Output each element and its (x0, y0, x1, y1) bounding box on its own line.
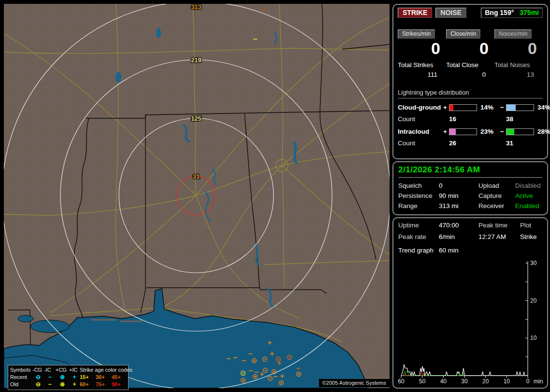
x-tick-label: 20 (482, 378, 489, 385)
x-tick-label: 10 (504, 378, 510, 385)
bearing-readout[interactable]: Bng 159° 375mi (481, 8, 543, 18)
age-code-45: 45+ (112, 374, 126, 381)
setting-value: 90 min (439, 192, 478, 199)
total-label: Total Strikes (398, 61, 446, 69)
noise-mode-button[interactable]: NOISE (435, 8, 466, 18)
y-tick-label: 30 (530, 260, 537, 266)
minus-sign: − (500, 128, 506, 135)
status-panel: 2/1/2026 2:14:56 AM Squelch0UploadDisabl… (392, 161, 548, 215)
strike-mode-button[interactable]: STRIKE (398, 8, 432, 18)
distribution-row-1: Intracloud+23%−28% (398, 128, 543, 135)
setting-state-value: Active (515, 192, 542, 199)
distribution-title: Lightning type distribution (398, 89, 543, 98)
rate-value: 0 (398, 40, 446, 57)
age-code-30: 30+ (96, 374, 112, 381)
distribution-rows: Cloud-ground+14%−34%Count1638Intracloud+… (398, 104, 543, 147)
minus-sign: − (500, 104, 506, 111)
setting-row-2: Range313 miReceiverEnabled (398, 202, 542, 210)
setting-label: Squelch (398, 182, 439, 189)
total-value: 111 (398, 71, 446, 78)
negative-share-bar (506, 128, 534, 135)
x-tick-label: 0 (526, 378, 530, 385)
distribution-count-row-1: Count2631 (398, 140, 543, 147)
negative-count-value: 31 (506, 140, 543, 147)
trend-graph: 6050403020100min102030 (394, 219, 547, 388)
negative-share-percent: 34% (535, 104, 550, 111)
setting-row-1: Persistence90 minCaptureActive (398, 192, 542, 199)
rate-value: 0 (446, 40, 494, 57)
range-ring-label-125: 125 (191, 115, 202, 122)
map-canvas: 31321912531 (4, 4, 390, 388)
y-tick-label: 10 (530, 335, 537, 341)
legend-header-pic: +IC (69, 366, 80, 374)
legend-old-label: Old (10, 381, 32, 388)
x-tick-label: 30 (461, 378, 468, 385)
positive-share-bar (449, 104, 477, 111)
positive-share-percent: 23% (478, 128, 500, 135)
trend-series-strikes (401, 364, 528, 376)
legend-header-age: Strike age color codes (80, 366, 126, 374)
count-label: Count (398, 115, 449, 123)
positive-count-value: 26 (449, 140, 506, 147)
negative-count-value: 38 (506, 115, 543, 123)
legend-header-symbols: Symbols (10, 366, 32, 374)
range-ring-label-31: 31 (193, 173, 200, 180)
rate-value: 0 (494, 40, 543, 57)
ic-plus-recent-icon: + (69, 374, 80, 381)
rate-label-button[interactable]: Close/min (446, 29, 480, 39)
negative-share-bar (506, 104, 534, 111)
positive-share-fill (449, 129, 456, 135)
setting-state-value: Enabled (515, 202, 542, 210)
plus-sign: + (443, 128, 449, 135)
lightning-map[interactable]: 31321912531 Symbols -CG -IC +CG +IC Stri… (4, 4, 390, 388)
legend-recent-label: Recent (10, 374, 32, 381)
setting-row-0: Squelch0UploadDisabled (398, 182, 542, 189)
x-axis-unit-label: min (534, 378, 543, 385)
positive-share-bar (449, 128, 477, 135)
rate-label-button[interactable]: Strikes/min (398, 29, 435, 39)
app-window: { "window": { "copyright": "©2005 Astrog… (0, 0, 550, 392)
setting-label: Receiver (478, 202, 515, 210)
rate-counter-2: Noises/min0Total Noises13 (494, 29, 543, 78)
setting-value: 313 mi (439, 202, 478, 210)
rate-label-button[interactable]: Noises/min (494, 29, 532, 39)
total-value: 13 (494, 71, 543, 78)
positive-share-fill (449, 105, 453, 111)
legend-header-ncg: -CG (32, 366, 44, 374)
copyright-text: ©2005 Astrogenic Systems (319, 379, 390, 387)
mode-button-row: STRIKE NOISE Bng 159° 375mi (398, 8, 543, 18)
y-tick-label: 20 (530, 297, 537, 304)
rate-counter-0: Strikes/min0Total Strikes111 (398, 29, 446, 78)
total-label: Total Noises (494, 61, 543, 69)
bearing-range-value: 375mi (520, 9, 539, 16)
count-label: Count (398, 140, 449, 147)
cg-minus-recent-icon: ⊖ (32, 374, 44, 381)
map-legend: Symbols -CG -IC +CG +IC Strike age color… (8, 365, 129, 390)
distribution-type-label: Cloud-ground (398, 104, 443, 111)
positive-count-value: 16 (449, 115, 506, 123)
rate-counters: Strikes/min0Total Strikes111Close/min0To… (398, 29, 543, 78)
range-ring-label-313: 313 (191, 4, 202, 11)
total-label: Total Close (446, 61, 494, 69)
info-panel: Uptime 470:00 Peak time Plot Peak rate 6… (392, 217, 548, 389)
ic-minus-recent-icon: − (44, 374, 56, 381)
rate-counter-1: Close/min0Total Close0 (446, 29, 494, 78)
receiver-settings: Squelch0UploadDisabledPersistence90 minC… (398, 182, 542, 210)
setting-label: Range (398, 202, 439, 210)
stats-panel: STRIKE NOISE Bng 159° 375mi Strikes/min0… (392, 4, 548, 159)
age-code-60: 60+ (80, 381, 96, 388)
negative-share-fill (507, 105, 516, 111)
setting-label: Persistence (398, 192, 439, 199)
clock-readout: 2/1/2026 2:14:56 AM (398, 165, 542, 175)
legend-header-pcg: +CG (56, 366, 69, 374)
x-tick-label: 60 (398, 378, 405, 385)
x-tick-label: 40 (440, 378, 447, 385)
setting-label: Capture (478, 192, 515, 199)
positive-share-percent: 14% (478, 104, 500, 111)
range-ring-label-219: 219 (191, 56, 202, 64)
setting-state-value: Disabled (515, 182, 542, 189)
setting-label: Upload (478, 182, 515, 189)
age-code-15: 15+ (80, 374, 96, 381)
negative-share-fill (507, 129, 514, 135)
negative-share-percent: 28% (535, 128, 550, 135)
